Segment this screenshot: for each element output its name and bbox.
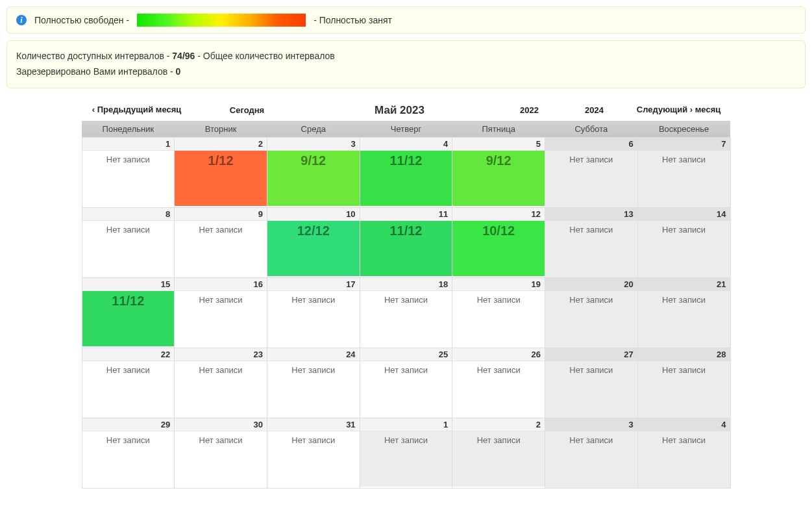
- calendar-cell: 22Нет записи: [82, 348, 175, 418]
- calendar-cell: 23Нет записи: [175, 348, 267, 418]
- calendar-cell: 1Нет записи: [360, 418, 452, 488]
- day-number: 24: [267, 348, 360, 361]
- no-record-label: Нет записи: [477, 295, 521, 305]
- stats-reserved-label: Зарезервировано Вами интервалов -: [16, 66, 173, 77]
- weekday-header: Суббота: [545, 121, 638, 138]
- nav-prev-year[interactable]: 2022: [497, 105, 562, 115]
- nav-today[interactable]: Сегодня: [192, 105, 302, 115]
- calendar-cell: 29Нет записи: [82, 418, 175, 488]
- calendar-cell: 25Нет записи: [360, 348, 452, 418]
- stats-reserved-value: 0: [176, 66, 181, 77]
- legend-free-label: Полностью свободен -: [34, 15, 129, 25]
- day-number: 1: [360, 418, 452, 431]
- legend-busy-label: - Полностью занят: [314, 15, 392, 25]
- no-record-label: Нет записи: [384, 435, 428, 445]
- day-number: 10: [267, 208, 360, 221]
- weekday-header: Четверг: [360, 121, 452, 138]
- day-number: 19: [452, 278, 545, 291]
- no-record-label: Нет записи: [662, 435, 706, 445]
- calendar-cell[interactable]: 59/12: [452, 137, 545, 207]
- availability-slot[interactable]: 1/12: [175, 151, 267, 206]
- calendar-cell: 17Нет записи: [267, 277, 360, 348]
- availability-slot[interactable]: 12/12: [267, 221, 360, 276]
- weekday-header: Воскресенье: [637, 121, 730, 138]
- day-number: 5: [452, 138, 545, 151]
- calendar-cell[interactable]: 21/12: [175, 137, 267, 207]
- calendar-cell: 2Нет записи: [452, 418, 545, 488]
- no-record-label: Нет записи: [569, 365, 613, 375]
- calendar-cell[interactable]: 1511/12: [82, 277, 175, 348]
- availability-gradient: [137, 14, 306, 27]
- day-number: 27: [545, 348, 637, 361]
- day-number: 9: [175, 208, 267, 221]
- calendar-cell: 7Нет записи: [637, 137, 730, 207]
- weekday-header: Среда: [267, 121, 360, 138]
- day-number: 16: [175, 278, 267, 291]
- no-record-label: Нет записи: [199, 365, 243, 375]
- no-record-label: Нет записи: [569, 155, 613, 164]
- day-number: 18: [360, 278, 452, 291]
- availability-slot[interactable]: 9/12: [452, 151, 545, 206]
- day-number: 28: [638, 348, 730, 361]
- stats-available-value: 74/96: [172, 51, 195, 61]
- no-record-label: Нет записи: [662, 155, 706, 164]
- no-record-label: Нет записи: [384, 365, 428, 375]
- day-number: 1: [82, 138, 175, 151]
- day-number: 14: [638, 208, 730, 221]
- day-number: 25: [360, 348, 452, 361]
- stats-total-label: - Общее количество интервалов: [197, 51, 334, 61]
- no-record-label: Нет записи: [106, 225, 150, 235]
- no-record-label: Нет записи: [291, 435, 335, 445]
- calendar-cell: 9Нет записи: [175, 207, 267, 277]
- calendar-cell: 31Нет записи: [267, 418, 360, 488]
- availability-slot[interactable]: 10/12: [452, 221, 545, 276]
- availability-slot[interactable]: 11/12: [82, 291, 175, 346]
- no-record-label: Нет записи: [569, 435, 613, 445]
- day-number: 20: [545, 278, 637, 291]
- day-number: 15: [82, 278, 175, 291]
- calendar-cell: 20Нет записи: [545, 277, 638, 348]
- calendar-cell: 18Нет записи: [360, 277, 452, 348]
- legend-box: i Полностью свободен - - Полностью занят: [6, 6, 806, 34]
- calendar-cell: 30Нет записи: [175, 418, 267, 488]
- day-number: 4: [360, 138, 452, 151]
- availability-slot[interactable]: 11/12: [360, 221, 452, 276]
- no-record-label: Нет записи: [569, 295, 613, 305]
- day-number: 21: [638, 278, 730, 291]
- calendar-grid: ПонедельникВторникСредаЧетвергПятницаСуб…: [82, 121, 731, 489]
- calendar-cell[interactable]: 1012/12: [267, 207, 360, 277]
- day-number: 7: [638, 138, 730, 151]
- day-number: 22: [82, 348, 175, 361]
- no-record-label: Нет записи: [291, 365, 335, 375]
- calendar-cell: 14Нет записи: [637, 207, 730, 277]
- calendar-cell: 13Нет записи: [545, 207, 638, 277]
- no-record-label: Нет записи: [384, 295, 428, 305]
- day-number: 2: [175, 138, 267, 151]
- nav-next-month[interactable]: Следующий › месяц: [627, 105, 731, 116]
- nav-prev-month[interactable]: ‹ Предыдущий месяц: [82, 105, 192, 116]
- day-number: 30: [175, 418, 267, 431]
- day-number: 26: [452, 348, 545, 361]
- day-number: 11: [360, 208, 452, 221]
- no-record-label: Нет записи: [106, 435, 150, 445]
- stats-available-label: Количество доступных интервалов -: [16, 51, 169, 61]
- no-record-label: Нет записи: [477, 365, 521, 375]
- calendar-cell[interactable]: 39/12: [267, 137, 360, 207]
- calendar-title: Май 2023: [302, 104, 497, 117]
- calendar-cell[interactable]: 411/12: [360, 137, 452, 207]
- calendar-cell: 24Нет записи: [267, 348, 360, 418]
- day-number: 13: [545, 208, 637, 221]
- no-record-label: Нет записи: [477, 435, 521, 445]
- no-record-label: Нет записи: [106, 155, 150, 164]
- day-number: 31: [267, 418, 360, 431]
- availability-slot[interactable]: 11/12: [360, 151, 452, 206]
- calendar-cell[interactable]: 1210/12: [452, 207, 545, 277]
- calendar-cell: 8Нет записи: [82, 207, 175, 277]
- availability-slot[interactable]: 9/12: [267, 151, 360, 206]
- calendar-cell: 4Нет записи: [637, 418, 730, 488]
- day-number: 12: [452, 208, 545, 221]
- stats-box: Количество доступных интервалов - 74/96 …: [6, 40, 806, 88]
- calendar-cell[interactable]: 1111/12: [360, 207, 452, 277]
- no-record-label: Нет записи: [199, 295, 243, 305]
- nav-next-year[interactable]: 2024: [562, 105, 627, 115]
